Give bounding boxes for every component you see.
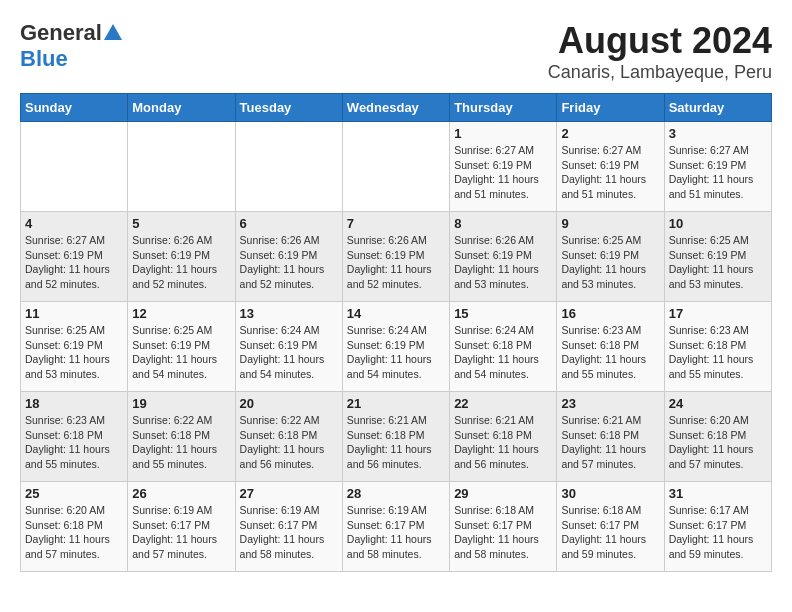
calendar-cell: 11Sunrise: 6:25 AMSunset: 6:19 PMDayligh… [21,302,128,392]
day-number: 25 [25,486,123,501]
day-info-line: Sunrise: 6:25 AM [132,323,230,338]
day-info: Sunrise: 6:25 AMSunset: 6:19 PMDaylight:… [669,233,767,292]
calendar-cell: 2Sunrise: 6:27 AMSunset: 6:19 PMDaylight… [557,122,664,212]
calendar-cell [342,122,449,212]
day-info-line: Sunset: 6:18 PM [454,338,552,353]
day-number: 6 [240,216,338,231]
day-info-line: Daylight: 11 hours [454,262,552,277]
calendar-cell: 7Sunrise: 6:26 AMSunset: 6:19 PMDaylight… [342,212,449,302]
day-info-line: Daylight: 11 hours [25,352,123,367]
day-info-line: Daylight: 11 hours [454,172,552,187]
calendar-cell: 6Sunrise: 6:26 AMSunset: 6:19 PMDaylight… [235,212,342,302]
calendar-cell: 18Sunrise: 6:23 AMSunset: 6:18 PMDayligh… [21,392,128,482]
day-info: Sunrise: 6:22 AMSunset: 6:18 PMDaylight:… [132,413,230,472]
day-info-line: Sunset: 6:19 PM [561,158,659,173]
day-info-line: and 58 minutes. [347,547,445,562]
day-info-line: Daylight: 11 hours [669,262,767,277]
calendar-cell: 23Sunrise: 6:21 AMSunset: 6:18 PMDayligh… [557,392,664,482]
day-info: Sunrise: 6:18 AMSunset: 6:17 PMDaylight:… [561,503,659,562]
day-info-line: Sunset: 6:19 PM [240,248,338,263]
day-info-line: Daylight: 11 hours [454,532,552,547]
day-info-line: and 56 minutes. [454,457,552,472]
day-info-line: Daylight: 11 hours [669,442,767,457]
day-info-line: and 51 minutes. [561,187,659,202]
day-info-line: Sunset: 6:19 PM [347,248,445,263]
day-number: 23 [561,396,659,411]
calendar-cell [21,122,128,212]
day-info-line: Sunrise: 6:27 AM [669,143,767,158]
day-info-line: Sunrise: 6:26 AM [240,233,338,248]
day-info-line: Daylight: 11 hours [561,262,659,277]
day-info-line: Sunrise: 6:25 AM [669,233,767,248]
day-info-line: and 55 minutes. [25,457,123,472]
calendar-cell: 1Sunrise: 6:27 AMSunset: 6:19 PMDaylight… [450,122,557,212]
day-info-line: Sunrise: 6:25 AM [25,323,123,338]
day-info-line: Sunrise: 6:18 AM [454,503,552,518]
page-header: General Blue August 2024 Canaris, Lambay… [20,20,772,83]
calendar-cell: 19Sunrise: 6:22 AMSunset: 6:18 PMDayligh… [128,392,235,482]
day-info-line: Sunset: 6:18 PM [669,428,767,443]
day-number: 17 [669,306,767,321]
day-info-line: Sunset: 6:17 PM [669,518,767,533]
day-info-line: and 54 minutes. [347,367,445,382]
day-info-line: and 55 minutes. [669,367,767,382]
day-number: 26 [132,486,230,501]
day-info-line: Daylight: 11 hours [240,532,338,547]
day-info-line: Daylight: 11 hours [240,262,338,277]
day-info-line: and 56 minutes. [347,457,445,472]
day-info-line: Sunset: 6:18 PM [25,428,123,443]
day-number: 14 [347,306,445,321]
day-number: 31 [669,486,767,501]
day-info-line: Sunset: 6:18 PM [347,428,445,443]
page-title: August 2024 [548,20,772,62]
day-info: Sunrise: 6:23 AMSunset: 6:18 PMDaylight:… [561,323,659,382]
day-info-line: Sunset: 6:18 PM [669,338,767,353]
day-info-line: and 52 minutes. [132,277,230,292]
day-info: Sunrise: 6:19 AMSunset: 6:17 PMDaylight:… [347,503,445,562]
day-info-line: Sunrise: 6:17 AM [669,503,767,518]
day-number: 3 [669,126,767,141]
day-info-line: Sunrise: 6:23 AM [561,323,659,338]
day-info-line: Daylight: 11 hours [347,262,445,277]
day-info-line: Sunrise: 6:20 AM [669,413,767,428]
calendar-cell: 26Sunrise: 6:19 AMSunset: 6:17 PMDayligh… [128,482,235,572]
day-info-line: Daylight: 11 hours [132,352,230,367]
day-info-line: and 57 minutes. [669,457,767,472]
day-info-line: Sunset: 6:18 PM [454,428,552,443]
day-info-line: Sunset: 6:19 PM [454,158,552,173]
day-number: 28 [347,486,445,501]
day-info: Sunrise: 6:17 AMSunset: 6:17 PMDaylight:… [669,503,767,562]
day-info: Sunrise: 6:27 AMSunset: 6:19 PMDaylight:… [669,143,767,202]
calendar-cell: 8Sunrise: 6:26 AMSunset: 6:19 PMDaylight… [450,212,557,302]
calendar-cell: 28Sunrise: 6:19 AMSunset: 6:17 PMDayligh… [342,482,449,572]
day-info-line: Sunrise: 6:26 AM [454,233,552,248]
day-info-line: Sunset: 6:17 PM [132,518,230,533]
day-number: 30 [561,486,659,501]
day-info-line: Daylight: 11 hours [240,442,338,457]
day-number: 13 [240,306,338,321]
logo-general: General [20,20,102,46]
day-info-line: Sunset: 6:18 PM [132,428,230,443]
day-info-line: Sunrise: 6:21 AM [454,413,552,428]
day-info-line: and 51 minutes. [454,187,552,202]
day-info-line: Sunset: 6:17 PM [454,518,552,533]
day-info-line: and 58 minutes. [454,547,552,562]
day-info-line: Daylight: 11 hours [132,442,230,457]
day-of-week-header: Monday [128,94,235,122]
day-info: Sunrise: 6:27 AMSunset: 6:19 PMDaylight:… [454,143,552,202]
day-number: 22 [454,396,552,411]
calendar-cell: 25Sunrise: 6:20 AMSunset: 6:18 PMDayligh… [21,482,128,572]
day-info: Sunrise: 6:25 AMSunset: 6:19 PMDaylight:… [132,323,230,382]
day-info-line: and 51 minutes. [669,187,767,202]
day-info-line: Sunset: 6:19 PM [132,248,230,263]
day-info-line: Sunrise: 6:24 AM [347,323,445,338]
day-of-week-header: Friday [557,94,664,122]
day-info-line: and 59 minutes. [561,547,659,562]
day-of-week-header: Tuesday [235,94,342,122]
calendar-cell: 9Sunrise: 6:25 AMSunset: 6:19 PMDaylight… [557,212,664,302]
day-info-line: and 52 minutes. [347,277,445,292]
day-info-line: Sunrise: 6:27 AM [25,233,123,248]
day-info-line: Sunset: 6:19 PM [669,248,767,263]
day-number: 9 [561,216,659,231]
day-info-line: Sunset: 6:19 PM [561,248,659,263]
